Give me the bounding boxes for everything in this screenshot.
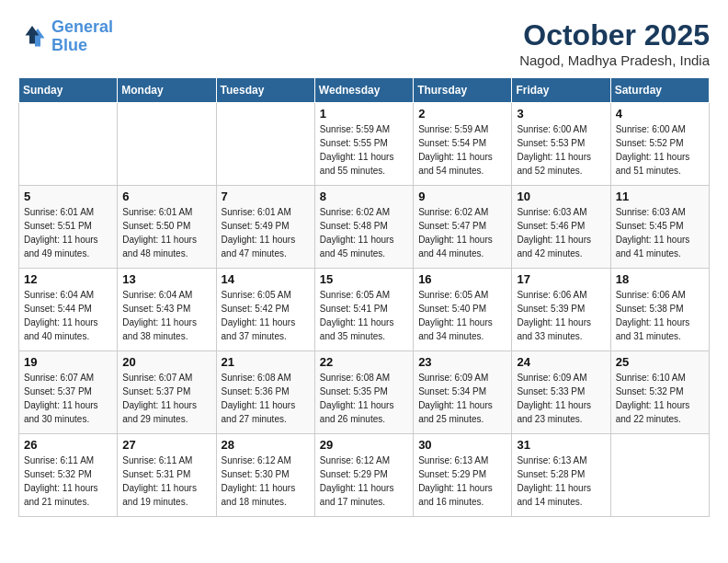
day-number: 11 xyxy=(616,190,704,203)
calendar-cell: 16Sunrise: 6:05 AMSunset: 5:40 PMDayligh… xyxy=(414,269,512,351)
weekday-header: Monday xyxy=(118,78,216,103)
day-number: 12 xyxy=(24,272,112,286)
location: Nagod, Madhya Pradesh, India xyxy=(519,52,710,68)
calendar-cell: 6Sunrise: 6:01 AMSunset: 5:50 PMDaylight… xyxy=(118,186,216,269)
day-number: 16 xyxy=(418,272,506,286)
day-info: Sunrise: 6:10 AMSunset: 5:32 PMDaylight:… xyxy=(616,371,704,426)
day-number: 17 xyxy=(517,272,605,286)
calendar-cell: 23Sunrise: 6:09 AMSunset: 5:34 PMDayligh… xyxy=(414,351,512,434)
calendar-cell: 9Sunrise: 6:02 AMSunset: 5:47 PMDaylight… xyxy=(414,186,512,269)
weekday-header: Friday xyxy=(512,78,610,103)
calendar-cell: 26Sunrise: 6:11 AMSunset: 5:32 PMDayligh… xyxy=(19,434,118,517)
day-number: 23 xyxy=(418,355,506,369)
calendar-week-row: 26Sunrise: 6:11 AMSunset: 5:32 PMDayligh… xyxy=(19,434,710,517)
day-info: Sunrise: 6:13 AMSunset: 5:28 PMDaylight:… xyxy=(517,454,605,509)
day-info: Sunrise: 6:03 AMSunset: 5:46 PMDaylight:… xyxy=(517,205,605,260)
calendar-cell: 8Sunrise: 6:02 AMSunset: 5:48 PMDaylight… xyxy=(314,186,413,269)
calendar-cell: 29Sunrise: 6:12 AMSunset: 5:29 PMDayligh… xyxy=(314,434,413,517)
calendar-cell xyxy=(216,103,314,186)
calendar-week-row: 12Sunrise: 6:04 AMSunset: 5:44 PMDayligh… xyxy=(19,269,710,351)
logo-line1: General xyxy=(51,17,113,36)
day-number: 1 xyxy=(320,107,408,121)
calendar-header: SundayMondayTuesdayWednesdayThursdayFrid… xyxy=(19,78,710,103)
day-number: 10 xyxy=(517,190,605,203)
day-info: Sunrise: 6:04 AMSunset: 5:43 PMDaylight:… xyxy=(122,288,210,343)
day-info: Sunrise: 6:12 AMSunset: 5:29 PMDaylight:… xyxy=(320,454,408,509)
day-number: 31 xyxy=(517,438,605,452)
calendar-week-row: 1Sunrise: 5:59 AMSunset: 5:55 PMDaylight… xyxy=(19,103,710,186)
day-info: Sunrise: 6:05 AMSunset: 5:42 PMDaylight:… xyxy=(222,288,310,343)
day-number: 15 xyxy=(320,272,408,286)
calendar-cell xyxy=(19,103,118,186)
day-info: Sunrise: 6:08 AMSunset: 5:36 PMDaylight:… xyxy=(222,371,310,426)
day-info: Sunrise: 6:11 AMSunset: 5:31 PMDaylight:… xyxy=(122,454,210,509)
day-info: Sunrise: 6:06 AMSunset: 5:39 PMDaylight:… xyxy=(517,288,605,343)
day-number: 26 xyxy=(24,438,112,452)
logo-text: General Blue xyxy=(51,18,113,55)
day-number: 5 xyxy=(24,190,112,203)
calendar-cell: 13Sunrise: 6:04 AMSunset: 5:43 PMDayligh… xyxy=(118,269,216,351)
calendar-cell: 3Sunrise: 6:00 AMSunset: 5:53 PMDaylight… xyxy=(512,103,610,186)
calendar: SundayMondayTuesdayWednesdayThursdayFrid… xyxy=(18,77,710,517)
day-info: Sunrise: 6:07 AMSunset: 5:37 PMDaylight:… xyxy=(122,371,210,426)
month-title: October 2025 xyxy=(519,18,710,52)
calendar-cell: 1Sunrise: 5:59 AMSunset: 5:55 PMDaylight… xyxy=(314,103,413,186)
day-info: Sunrise: 6:08 AMSunset: 5:35 PMDaylight:… xyxy=(320,371,408,426)
weekday-header: Thursday xyxy=(414,78,512,103)
calendar-cell: 28Sunrise: 6:12 AMSunset: 5:30 PMDayligh… xyxy=(216,434,314,517)
day-number: 29 xyxy=(320,438,408,452)
day-number: 2 xyxy=(418,107,506,121)
day-number: 19 xyxy=(24,355,112,369)
day-number: 21 xyxy=(222,355,310,369)
calendar-week-row: 19Sunrise: 6:07 AMSunset: 5:37 PMDayligh… xyxy=(19,351,710,434)
weekday-header: Sunday xyxy=(19,78,118,103)
logo: General Blue xyxy=(18,18,113,55)
calendar-cell: 18Sunrise: 6:06 AMSunset: 5:38 PMDayligh… xyxy=(610,269,709,351)
day-number: 28 xyxy=(222,438,310,452)
calendar-cell: 11Sunrise: 6:03 AMSunset: 5:45 PMDayligh… xyxy=(610,186,709,269)
calendar-cell: 22Sunrise: 6:08 AMSunset: 5:35 PMDayligh… xyxy=(314,351,413,434)
day-number: 18 xyxy=(616,272,704,286)
page-header: General Blue October 2025 Nagod, Madhya … xyxy=(18,18,710,68)
calendar-cell: 31Sunrise: 6:13 AMSunset: 5:28 PMDayligh… xyxy=(512,434,610,517)
calendar-cell: 12Sunrise: 6:04 AMSunset: 5:44 PMDayligh… xyxy=(19,269,118,351)
logo-line2: Blue xyxy=(51,36,87,54)
day-number: 9 xyxy=(418,190,506,203)
day-info: Sunrise: 6:03 AMSunset: 5:45 PMDaylight:… xyxy=(616,205,704,260)
day-info: Sunrise: 6:02 AMSunset: 5:47 PMDaylight:… xyxy=(418,205,506,260)
day-info: Sunrise: 6:11 AMSunset: 5:32 PMDaylight:… xyxy=(24,454,112,509)
calendar-cell: 20Sunrise: 6:07 AMSunset: 5:37 PMDayligh… xyxy=(118,351,216,434)
day-number: 22 xyxy=(320,355,408,369)
calendar-cell: 27Sunrise: 6:11 AMSunset: 5:31 PMDayligh… xyxy=(118,434,216,517)
day-info: Sunrise: 6:01 AMSunset: 5:49 PMDaylight:… xyxy=(222,205,310,260)
weekday-header-row: SundayMondayTuesdayWednesdayThursdayFrid… xyxy=(19,78,710,103)
day-number: 14 xyxy=(222,272,310,286)
calendar-cell: 10Sunrise: 6:03 AMSunset: 5:46 PMDayligh… xyxy=(512,186,610,269)
day-info: Sunrise: 5:59 AMSunset: 5:54 PMDaylight:… xyxy=(418,122,506,178)
weekday-header: Saturday xyxy=(610,78,709,103)
day-number: 7 xyxy=(222,190,310,203)
calendar-cell: 25Sunrise: 6:10 AMSunset: 5:32 PMDayligh… xyxy=(610,351,709,434)
day-number: 6 xyxy=(122,190,210,203)
calendar-cell: 4Sunrise: 6:00 AMSunset: 5:52 PMDaylight… xyxy=(610,103,709,186)
day-info: Sunrise: 6:00 AMSunset: 5:52 PMDaylight:… xyxy=(616,122,704,178)
calendar-cell: 24Sunrise: 6:09 AMSunset: 5:33 PMDayligh… xyxy=(512,351,610,434)
day-info: Sunrise: 6:07 AMSunset: 5:37 PMDaylight:… xyxy=(24,371,112,426)
day-number: 27 xyxy=(122,438,210,452)
day-info: Sunrise: 6:12 AMSunset: 5:30 PMDaylight:… xyxy=(222,454,310,509)
title-block: October 2025 Nagod, Madhya Pradesh, Indi… xyxy=(519,18,710,68)
calendar-cell: 5Sunrise: 6:01 AMSunset: 5:51 PMDaylight… xyxy=(19,186,118,269)
weekday-header: Tuesday xyxy=(216,78,314,103)
calendar-cell: 15Sunrise: 6:05 AMSunset: 5:41 PMDayligh… xyxy=(314,269,413,351)
day-info: Sunrise: 6:02 AMSunset: 5:48 PMDaylight:… xyxy=(320,205,408,260)
day-info: Sunrise: 6:01 AMSunset: 5:51 PMDaylight:… xyxy=(24,205,112,260)
calendar-cell: 7Sunrise: 6:01 AMSunset: 5:49 PMDaylight… xyxy=(216,186,314,269)
logo-icon xyxy=(18,23,46,51)
day-info: Sunrise: 6:01 AMSunset: 5:50 PMDaylight:… xyxy=(122,205,210,260)
day-info: Sunrise: 6:09 AMSunset: 5:33 PMDaylight:… xyxy=(517,371,605,426)
calendar-body: 1Sunrise: 5:59 AMSunset: 5:55 PMDaylight… xyxy=(19,103,710,517)
day-info: Sunrise: 6:00 AMSunset: 5:53 PMDaylight:… xyxy=(517,122,605,178)
calendar-cell: 2Sunrise: 5:59 AMSunset: 5:54 PMDaylight… xyxy=(414,103,512,186)
weekday-header: Wednesday xyxy=(314,78,413,103)
day-number: 8 xyxy=(320,190,408,203)
